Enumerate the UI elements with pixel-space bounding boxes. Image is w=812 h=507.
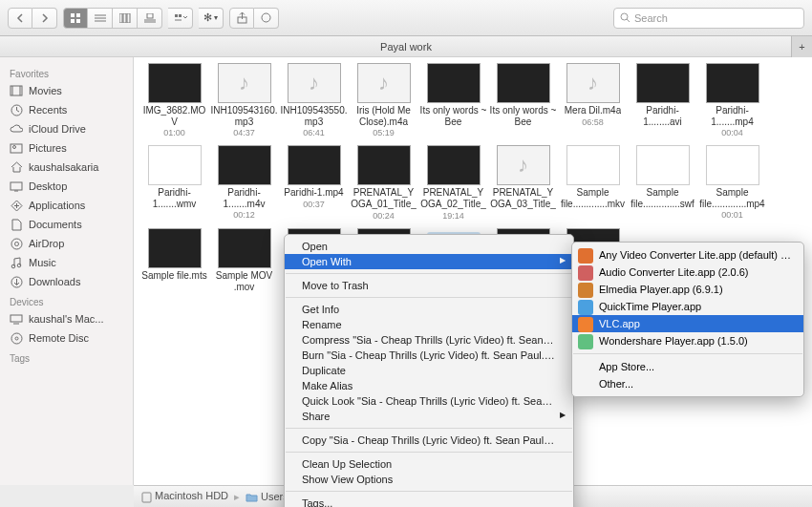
svg-point-36 — [15, 337, 18, 340]
file-item[interactable]: ♪INH109543550.mp306:41 — [279, 61, 349, 143]
file-thumbnail — [148, 63, 202, 103]
file-item[interactable]: ♪PRENATAL_YOGA_03_Title_01.mp3 — [488, 143, 558, 226]
file-thumbnail — [288, 145, 341, 185]
file-item[interactable]: Paridhi-1.mp400:37 — [279, 143, 349, 226]
file-item[interactable]: Its only words ~ Bee Gee...rics.vob — [488, 61, 558, 143]
file-thumbnail — [566, 145, 620, 185]
file-item[interactable]: PRENATAL_YOGA_01_Title_01.mp400:24 — [349, 143, 418, 226]
app-item[interactable]: Wondershare Player.app (1.5.0) — [572, 332, 803, 349]
file-item[interactable]: ♪INH109543160.mp304:37 — [209, 61, 279, 143]
file-duration: 00:01 — [721, 210, 743, 220]
menu-item[interactable]: Open With — [285, 254, 573, 269]
sidebar-item-label: Movies — [29, 85, 62, 96]
menu-item[interactable]: Compress "Sia - Cheap Thrills (Lyric Vid… — [285, 332, 573, 348]
file-name: Sample file..............swf — [629, 187, 696, 209]
file-name: Sample file.............mp4 — [698, 187, 766, 209]
back-button[interactable] — [8, 8, 32, 29]
sidebar-item-downloads[interactable]: Downloads — [0, 272, 133, 291]
sidebar-item-recents[interactable]: Recents — [0, 100, 133, 119]
menu-item[interactable]: Clean Up Selection — [285, 456, 573, 472]
menu-separator — [286, 297, 572, 298]
action-button[interactable]: ✻▾ — [199, 8, 224, 29]
sidebar-item-documents[interactable]: Documents — [0, 215, 133, 234]
sidebar-item-movies[interactable]: Movies — [0, 81, 133, 100]
forward-button[interactable] — [32, 8, 57, 29]
sidebar-item-kaushalsakaria[interactable]: kaushalsakaria — [0, 158, 133, 177]
menu-item[interactable]: Share — [285, 409, 573, 424]
coverflow-view-button[interactable] — [138, 8, 162, 29]
menu-item[interactable]: Copy "Sia - Cheap Thrills (Lyric Video) … — [285, 433, 573, 448]
sidebar-item-applications[interactable]: Applications — [0, 196, 133, 215]
menu-item[interactable]: Open — [285, 239, 573, 254]
file-item[interactable]: Sample file.............mp400:01 — [697, 143, 767, 226]
file-item[interactable]: Sample MOV .mov — [209, 226, 279, 309]
sidebar-item-pictures[interactable]: Pictures — [0, 138, 133, 158]
sidebar-item-kaushal-s-mac-[interactable]: kaushal's Mac... — [0, 309, 133, 328]
sidebar-item-music[interactable]: Music — [0, 253, 133, 272]
menu-item[interactable]: Tags... — [285, 496, 573, 507]
path-segment[interactable]: Users — [246, 491, 288, 502]
path-separator: ▸ — [234, 491, 240, 503]
app-item[interactable]: Other... — [572, 375, 803, 392]
path-segment[interactable]: Macintosh HDD — [141, 490, 228, 502]
sidebar-item-label: Downloads — [29, 276, 80, 287]
file-item[interactable]: IMG_3682.MOV01:00 — [139, 61, 209, 143]
svg-rect-8 — [123, 13, 126, 23]
mac-icon — [10, 312, 23, 326]
sidebar-item-airdrop[interactable]: AirDrop — [0, 234, 133, 253]
file-item[interactable]: ♪Iris (Hold Me Close).m4a05:19 — [349, 61, 418, 143]
menu-item[interactable]: Move to Trash — [285, 278, 573, 293]
context-menu: OpenOpen WithMove to TrashGet InfoRename… — [284, 234, 574, 507]
column-view-button[interactable] — [113, 8, 138, 29]
file-thumbnail — [706, 63, 759, 103]
file-name: Its only words ~ Bee Gee...rics.mkv — [419, 105, 487, 128]
action-group: ✻▾ — [199, 8, 224, 29]
file-item[interactable]: PRENATAL_YOGA_02_Title_01.mp419:14 — [418, 143, 488, 226]
file-item[interactable]: Sample file..............swf — [628, 143, 697, 226]
sidebar-item-desktop[interactable]: Desktop — [0, 177, 133, 196]
menu-item[interactable]: Make Alias — [285, 378, 573, 393]
recents-icon — [10, 103, 23, 116]
icon-view-button[interactable] — [63, 8, 88, 29]
file-name: Paridhi-1........avi — [629, 105, 696, 127]
app-item[interactable]: Elmedia Player.app (6.9.1) — [572, 281, 803, 298]
file-item[interactable]: Paridhi-1.......mp400:04 — [697, 61, 767, 143]
search-placeholder: Search — [634, 12, 668, 24]
menu-item[interactable]: Quick Look "Sia - Cheap Thrills (Lyric V… — [285, 393, 573, 409]
file-item[interactable]: Sample file.mts — [139, 226, 209, 309]
menu-item[interactable]: Burn "Sia - Cheap Thrills (Lyric Video) … — [285, 348, 573, 363]
svg-rect-24 — [11, 144, 22, 153]
file-thumbnail — [148, 228, 202, 268]
search-field[interactable]: Search — [613, 8, 804, 29]
file-item[interactable]: Its only words ~ Bee Gee...rics.mkv — [418, 61, 488, 143]
app-item[interactable]: QuickTime Player.app — [572, 298, 803, 315]
file-item[interactable]: ♪Mera Dil.m4a06:58 — [558, 61, 628, 143]
file-item[interactable]: Paridhi-1.......wmv — [139, 143, 209, 226]
menu-item[interactable]: Duplicate — [285, 363, 573, 378]
pictures-icon — [10, 141, 23, 155]
menu-item[interactable]: Get Info — [285, 302, 573, 317]
arrange-button[interactable] — [168, 8, 193, 29]
sidebar-item-icloud-drive[interactable]: iCloud Drive — [0, 119, 133, 138]
app-item[interactable]: App Store... — [572, 358, 803, 375]
file-item[interactable]: Paridhi-1.......m4v00:12 — [209, 143, 279, 226]
menu-item[interactable]: Rename — [285, 317, 573, 332]
file-thumbnail — [427, 63, 481, 103]
sidebar-item-remote-disc[interactable]: Remote Disc — [0, 328, 133, 348]
tags-button[interactable] — [254, 8, 279, 29]
menu-item[interactable]: Show View Options — [285, 472, 573, 487]
new-tab-button[interactable]: + — [791, 36, 812, 57]
file-thumbnail: ♪ — [218, 63, 271, 103]
share-button[interactable] — [229, 8, 254, 29]
gear-icon: ✻ — [203, 11, 212, 24]
file-item[interactable]: Paridhi-1........avi — [628, 61, 697, 143]
list-view-button[interactable] — [88, 8, 113, 29]
file-thumbnail: ♪ — [357, 63, 411, 103]
file-thumbnail — [148, 145, 202, 185]
file-name: Its only words ~ Bee Gee...rics.vob — [489, 105, 557, 128]
svg-rect-14 — [179, 14, 182, 17]
app-item[interactable]: Audio Converter Lite.app (2.0.6) — [572, 264, 803, 281]
app-item[interactable]: VLC.app — [572, 315, 803, 332]
file-item[interactable]: Sample file.............mkv — [558, 143, 628, 226]
app-item[interactable]: Any Video Converter Lite.app (default) (… — [572, 246, 803, 264]
